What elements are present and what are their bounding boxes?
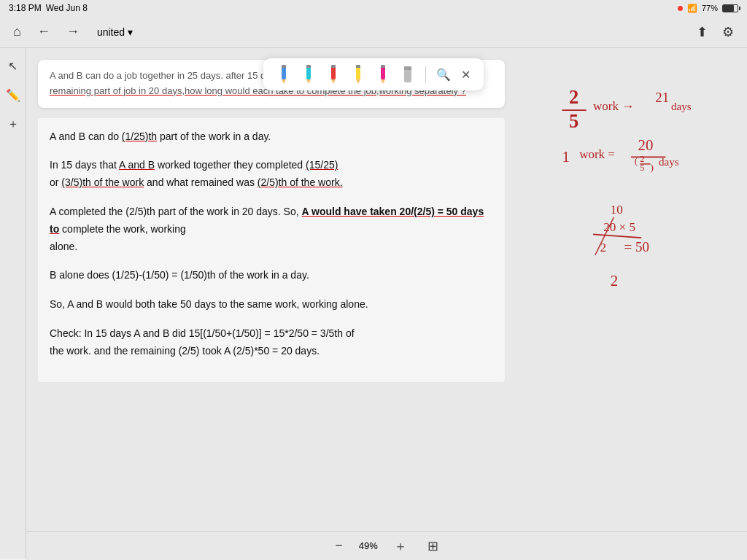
address-text: united: [97, 26, 125, 38]
svg-text:work →: work →: [593, 99, 634, 113]
home-button[interactable]: ⌂: [9, 21, 26, 42]
fit-page-button[interactable]: ⊞: [423, 537, 443, 556]
para2-line1: A completed the (2/5)th part of the work…: [50, 203, 493, 238]
status-left: 3:18 PM Wed Jun 8: [9, 3, 88, 13]
battery-percent: 77%: [702, 4, 718, 12]
nav-right: ⬆ ⚙: [692, 21, 738, 43]
svg-text:21: 21: [655, 90, 669, 105]
answer-para2: A completed the (2/5)th part of the work…: [50, 203, 493, 255]
svg-rect-2: [282, 65, 286, 68]
eraser-tool[interactable]: [398, 63, 418, 86]
handwriting-svg: 2 5 work → 21 days 1 work = 20 ( 2 5 ) d…: [543, 48, 747, 531]
answer-para1: In 15 days that A and B worked together …: [50, 157, 493, 192]
back-button[interactable]: ←: [33, 21, 55, 42]
answer-line1: A and B can do (1/25)th part of the work…: [50, 128, 493, 146]
pencil-toolbar: 🔍 ✕: [263, 58, 484, 90]
svg-text:5: 5: [640, 163, 644, 173]
close-toolbar-button[interactable]: ✕: [458, 65, 473, 85]
line1-text: A and B can do (1/25)th part of the work…: [50, 131, 271, 142]
pencil-blue-tool[interactable]: [274, 63, 294, 86]
svg-text:20: 20: [638, 136, 654, 153]
status-bar: 3:18 PM Wed Jun 8 📶 77%: [0, 0, 747, 16]
svg-text:2: 2: [569, 86, 578, 108]
para4-text: So, A and B would both take 50 days to t…: [50, 298, 368, 310]
wifi-icon: 📶: [687, 4, 697, 13]
answer-para4: So, A and B would both take 50 days to t…: [50, 296, 493, 314]
svg-marker-13: [381, 79, 385, 84]
cursor-tool[interactable]: ↖: [3, 55, 23, 76]
svg-text:1: 1: [562, 148, 570, 165]
svg-text:work =: work =: [579, 147, 615, 161]
para3-text: B alone does (1/25)-(1/50) = (1/50)th of…: [50, 269, 309, 281]
share-button[interactable]: ⬆: [692, 21, 712, 43]
pencil-red-tool[interactable]: [323, 63, 344, 86]
svg-text:20 × 5: 20 × 5: [603, 220, 635, 234]
svg-marker-4: [306, 79, 311, 84]
svg-rect-11: [356, 65, 360, 68]
pencil-teal-tool[interactable]: [298, 63, 319, 86]
left-sidebar: ↖ ✏️ ＋: [0, 48, 26, 559]
time-label: 3:18 PM: [9, 3, 42, 13]
svg-text:10: 10: [611, 203, 623, 217]
svg-marker-7: [331, 79, 336, 84]
para5-line2: the work. and the remaining (2/5) took A…: [50, 343, 493, 360]
svg-text:2: 2: [611, 272, 618, 289]
para1-line2: or (3/5)th of the work and what remained…: [50, 174, 493, 192]
svg-rect-8: [331, 65, 336, 68]
pencil-yellow-tool[interactable]: [348, 63, 368, 86]
status-right: 📶 77%: [678, 4, 738, 13]
tool-divider: [425, 66, 426, 83]
battery-icon: [722, 4, 738, 12]
svg-marker-10: [356, 79, 360, 84]
pen-tool[interactable]: ✏️: [3, 85, 23, 105]
para1-line1: In 15 days that A and B worked together …: [50, 157, 493, 174]
svg-text:= 50: = 50: [624, 239, 649, 254]
svg-rect-14: [381, 65, 385, 68]
date-label: Wed Jun 8: [46, 3, 88, 13]
pencil-pink-tool[interactable]: [373, 63, 393, 86]
recording-indicator: [678, 6, 683, 11]
settings-button[interactable]: ⚙: [718, 21, 738, 43]
answer-para3: B alone does (1/25)-(1/50) = (1/50)th of…: [50, 267, 493, 284]
para5-line1: Check: In 15 days A and B did 15[(1/50+(…: [50, 325, 493, 343]
add-tool[interactable]: ＋: [3, 114, 23, 134]
chevron-down-icon: ▾: [128, 26, 133, 38]
svg-rect-16: [404, 66, 411, 70]
answer-para5: Check: In 15 days A and B did 15[(1/50+(…: [50, 325, 493, 360]
svg-text:days: days: [659, 156, 679, 168]
main-content: A and B can do a job together in 25 days…: [26, 48, 747, 531]
bottom-bar: − 49% ＋ ⊞: [26, 531, 747, 560]
zoom-in-button[interactable]: ＋: [390, 536, 411, 556]
svg-text:days: days: [671, 101, 692, 112]
answer-content: A and B can do (1/25)th part of the work…: [38, 118, 505, 382]
zoom-out-button[interactable]: −: [330, 537, 347, 555]
svg-line-35: [593, 234, 641, 238]
search-circle-button[interactable]: 🔍: [433, 65, 454, 85]
nav-bar: ⌂ ← → united ▾ ⬆ ⚙: [0, 16, 747, 48]
svg-text:(: (: [635, 155, 638, 166]
svg-text:): ): [651, 162, 654, 173]
svg-rect-5: [306, 65, 311, 68]
para2-line2: alone.: [50, 238, 493, 256]
document-area: A and B can do a job together in 25 days…: [26, 48, 543, 531]
forward-button[interactable]: →: [62, 21, 84, 42]
svg-marker-1: [282, 79, 286, 84]
svg-text:5: 5: [569, 110, 578, 132]
zoom-level: 49%: [359, 540, 378, 551]
address-bar: united ▾: [91, 26, 139, 38]
handwriting-area: 2 5 work → 21 days 1 work = 20 ( 2 5 ) d…: [543, 48, 747, 531]
